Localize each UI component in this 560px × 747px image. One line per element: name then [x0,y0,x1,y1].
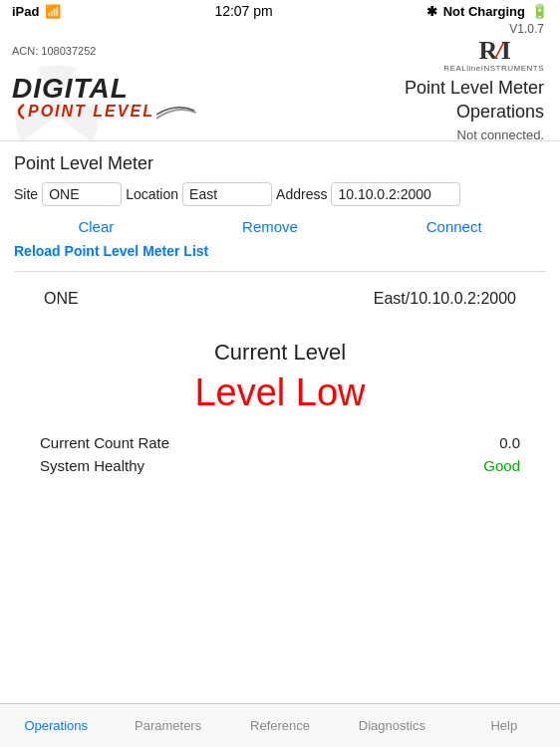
remove-button[interactable]: Remove [234,216,306,237]
level-value: Level Low [14,372,546,414]
site-label: Site [14,186,38,202]
clear-button[interactable]: Clear [70,216,122,237]
count-rate-label: Current Count Rate [40,434,169,451]
device-address-display: East/10.10.0.2:2000 [374,290,516,308]
stat-row-health: System Healthy Good [40,457,520,474]
version-label: V1.0.7 [509,22,544,36]
site-input[interactable] [42,182,122,206]
tab-reference-label: Reference [250,718,310,733]
bluetooth-icon: ✱ [426,4,437,19]
bracket-left-icon [12,103,26,121]
tab-help[interactable]: Help [448,704,560,747]
swoosh-icon [156,103,196,121]
tab-help-label: Help [490,718,517,733]
wifi-icon: 📶 [45,4,61,19]
location-label: Location [126,186,178,202]
stats-section: Current Count Rate 0.0 System Healthy Go… [0,434,560,474]
rhi-logo: R/I REALlineINSTRUMENTS [443,38,544,73]
main-content: Point Level Meter Site Location Address … [0,141,560,320]
tab-parameters-label: Parameters [135,718,201,733]
count-rate-value: 0.0 [499,434,520,451]
charging-status: Not Charging [443,4,525,19]
form-row: Site Location Address [14,182,546,206]
device-row: ONE East/10.10.0.2:2000 [14,278,546,320]
divider-1 [14,271,546,272]
rhi-sub-text: REALlineINSTRUMENTS [443,64,544,73]
actions-row: Clear Remove Connect [14,214,546,243]
address-input[interactable] [331,182,460,206]
tab-parameters[interactable]: Parameters [112,704,223,747]
device-name: iPad [12,4,39,19]
app-header: ACN: 108037252 DIGITAL POINT LEVEL V1.0.… [0,22,560,141]
current-level-label: Current Level [14,340,546,366]
section-title: Point Level Meter [14,153,546,174]
connection-status: Not connected. [457,127,544,142]
battery-icon: 🔋 [531,3,548,19]
rhi-main-text: R/I [443,38,544,64]
address-label: Address [276,186,327,202]
acn-number: ACN: 108037252 [12,45,231,57]
tab-operations[interactable]: Operations [0,704,112,747]
tab-diagnostics-label: Diagnostics [359,718,425,733]
header-left: ACN: 108037252 DIGITAL POINT LEVEL [12,45,231,121]
stat-row-count: Current Count Rate 0.0 [40,434,520,451]
system-healthy-label: System Healthy [40,457,144,474]
header-right: V1.0.7 R/I REALlineINSTRUMENTS Point Lev… [231,22,548,142]
tab-reference[interactable]: Reference [224,704,336,747]
digital-text: DIGITAL [12,75,231,103]
status-right: ✱ Not Charging 🔋 [426,3,548,19]
tab-operations-label: Operations [24,718,88,733]
reload-link[interactable]: Reload Point Level Meter List [14,243,546,259]
status-bar: iPad 📶 12:07 pm ✱ Not Charging 🔋 [0,0,560,22]
connect-button[interactable]: Connect [419,216,490,237]
app-title: Point Level MeterOperations [405,77,544,124]
system-healthy-value: Good [483,457,520,474]
time-display: 12:07 pm [214,3,272,19]
status-left: iPad 📶 [12,4,61,19]
point-level-text: POINT LEVEL [12,103,231,121]
tab-bar: Operations Parameters Reference Diagnost… [0,703,560,747]
tab-diagnostics[interactable]: Diagnostics [336,704,447,747]
location-input[interactable] [182,182,272,206]
level-section: Current Level Level Low [0,340,560,414]
device-name-display: ONE [44,290,79,308]
digital-logo: DIGITAL POINT LEVEL [12,75,231,121]
